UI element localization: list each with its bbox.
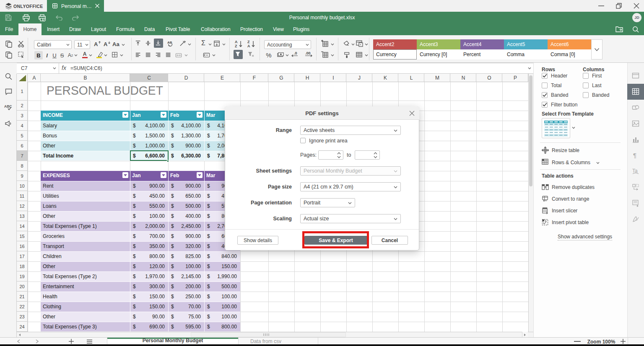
svg-text:¶: ¶ xyxy=(633,152,636,159)
svg-text:A: A xyxy=(247,44,250,48)
svg-text:Z: Z xyxy=(247,40,250,44)
svg-text:.0: .0 xyxy=(294,51,297,55)
svg-text:Z: Z xyxy=(235,44,237,48)
svg-text:.00: .00 xyxy=(305,51,311,55)
svg-text:A: A xyxy=(235,40,238,44)
